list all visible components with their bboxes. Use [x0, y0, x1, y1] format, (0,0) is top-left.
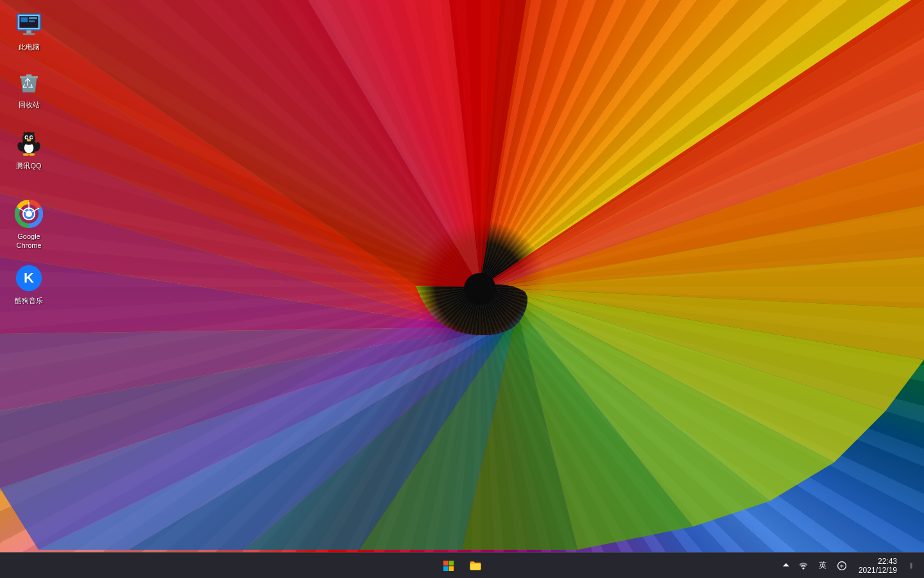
- network-icon[interactable]: [796, 558, 811, 574]
- clock-area[interactable]: 22:43 2021/12/19: [855, 553, 901, 578]
- svg-text:K: K: [24, 270, 34, 286]
- svg-point-32: [464, 273, 496, 305]
- monitor-icon: [13, 9, 44, 40]
- pencil-art: [0, 0, 924, 552]
- file-explorer-button[interactable]: [463, 554, 488, 578]
- svg-point-70: [802, 567, 804, 569]
- start-button[interactable]: [436, 554, 461, 578]
- desktop-icon-recycle-bin[interactable]: 回收站: [6, 64, 51, 112]
- qq-icon: [13, 128, 44, 159]
- recycle-bin-icon: [13, 67, 44, 98]
- desktop-icon-this-pc[interactable]: 此电脑: [6, 6, 51, 54]
- desktop-icon-google-chrome[interactable]: Google Chrome: [6, 196, 51, 253]
- recycle-bin-label: 回收站: [19, 100, 40, 109]
- svg-rect-73: [911, 563, 912, 568]
- svg-text:中: 中: [840, 564, 844, 568]
- qq-label: 腾讯QQ: [16, 161, 41, 170]
- svg-rect-66: [449, 561, 454, 566]
- language-indicator[interactable]: 英: [816, 559, 829, 572]
- desktop-wallpaper: [0, 0, 924, 552]
- svg-rect-37: [29, 17, 37, 19]
- svg-point-52: [27, 139, 31, 142]
- svg-rect-42: [26, 74, 32, 77]
- chrome-icon: [13, 198, 44, 229]
- clock-time: 22:43: [878, 557, 897, 566]
- svg-point-51: [31, 136, 32, 137]
- svg-point-45: [22, 132, 35, 145]
- notification-panel-button[interactable]: [906, 554, 916, 578]
- svg-rect-36: [21, 17, 28, 22]
- taskbar: 英 中 22:43 2021/12/19: [0, 552, 924, 578]
- svg-rect-38: [29, 21, 35, 22]
- taskbar-center: [436, 554, 488, 578]
- svg-rect-39: [26, 30, 31, 33]
- svg-marker-69: [783, 563, 789, 566]
- svg-rect-65: [443, 561, 449, 566]
- this-pc-label: 此电脑: [19, 42, 40, 51]
- svg-rect-40: [23, 33, 35, 35]
- svg-point-55: [23, 153, 29, 156]
- clock-date: 2021/12/19: [859, 566, 897, 575]
- svg-rect-68: [449, 566, 454, 571]
- svg-point-59: [26, 211, 32, 217]
- ime-icon[interactable]: 中: [834, 558, 850, 574]
- svg-rect-67: [443, 566, 449, 571]
- kugou-icon: K: [13, 263, 44, 293]
- desktop-icon-qq[interactable]: 腾讯QQ: [6, 125, 51, 173]
- taskbar-right: 英 中 22:43 2021/12/19: [782, 553, 924, 578]
- chrome-label: Google Chrome: [9, 232, 49, 250]
- svg-point-56: [29, 153, 35, 156]
- desktop-icon-kugou[interactable]: K 酷狗音乐: [6, 260, 51, 308]
- tray-expand-button[interactable]: [782, 561, 791, 571]
- kugou-label: 酷狗音乐: [15, 296, 43, 305]
- svg-point-50: [27, 136, 28, 137]
